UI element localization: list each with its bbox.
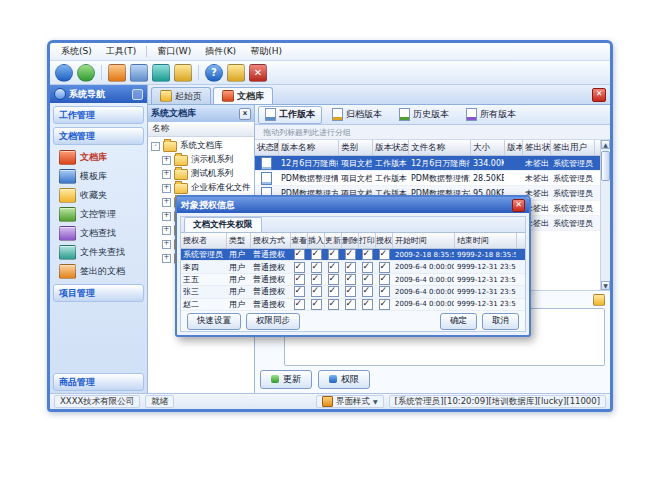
scroll-thumb[interactable] [601,151,610,181]
delete-checkbox[interactable] [345,262,356,273]
quick-setup-button[interactable]: 快速设置 [187,313,241,330]
column-header[interactable]: 删除 [342,233,359,248]
view-checkbox[interactable] [294,262,305,273]
print-checkbox[interactable] [362,299,373,310]
lock-icon[interactable] [227,64,245,82]
column-header[interactable]: 签出状态 [523,140,551,155]
permission-row[interactable]: 系统管理员 用户 普通授权 2009-2-18 8:35:57 9999-2-1… [181,249,525,261]
nav-group-work[interactable]: 工作管理 [53,106,144,124]
delete-checkbox[interactable] [345,274,356,285]
column-header[interactable]: 类型 [227,233,251,248]
scroll-down-icon[interactable]: ▼ [601,281,610,290]
expander-icon[interactable] [162,198,171,207]
vertical-scrollbar[interactable]: ▲ ▼ [600,140,610,290]
expander-icon[interactable] [162,170,171,179]
sidebar-item-folder-search[interactable]: 文件夹查找 [59,245,147,260]
report-icon[interactable] [152,64,170,82]
table-row[interactable]: PDM数据整理情况.doc 项目文档 工作版本 PDM数据整理情况.doc 28… [255,171,601,186]
tree-column-header[interactable]: 名称 [148,122,254,137]
modules-icon[interactable] [108,64,126,82]
expander-icon[interactable] [162,240,171,249]
print-checkbox[interactable] [362,286,373,297]
print-checkbox[interactable] [362,262,373,273]
mail-icon[interactable] [174,64,192,82]
dialog-titlebar[interactable]: 对象授权信息 ✕ [177,197,529,213]
nav-group-doc[interactable]: 文档管理 [53,127,144,145]
insert-checkbox[interactable] [311,299,322,310]
menu-system[interactable]: 系统(S) [54,43,99,60]
column-header[interactable]: 插入 [308,233,325,248]
column-header[interactable]: 状态图 [255,140,279,155]
tree-close-icon[interactable]: x [239,108,251,120]
insert-checkbox[interactable] [311,286,322,297]
column-header[interactable]: 开始时间 [393,233,455,248]
permission-row[interactable]: 李四 用户 普通授权 2009-6-4 0:00:00 9999-12-31 2… [181,261,525,273]
column-header[interactable]: 版本名称 [279,140,339,155]
menu-plugins[interactable]: 插件(K) [198,43,243,60]
dialog-close-icon[interactable]: ✕ [512,199,525,212]
expander-icon[interactable] [151,142,160,151]
column-header[interactable]: 查看 [291,233,308,248]
permission-row[interactable]: 赵二 用户 普通授权 2009-6-4 0:00:00 9999-12-31 2… [181,299,525,311]
view-checkbox[interactable] [294,299,305,310]
sidebar-item-template-library[interactable]: 模板库 [59,169,147,184]
browse-folder-icon[interactable] [593,294,605,306]
tab-history-version[interactable]: 历史版本 [392,106,456,124]
insert-checkbox[interactable] [311,249,322,260]
permission-row[interactable]: 王五 用户 普通授权 2009-6-4 0:00:00 9999-12-31 2… [181,274,525,286]
tab-archived-version[interactable]: 归档版本 [325,106,389,124]
cancel-button[interactable]: 取消 [482,313,519,330]
column-header[interactable]: 授权方式 [251,233,291,248]
expander-icon[interactable] [162,226,171,235]
grant-checkbox[interactable] [379,249,390,260]
column-header[interactable]: 更新 [325,233,342,248]
table-row[interactable]: 12月6日万隆商行(资 项目文档 工作版本 12月6日万隆商行(.doc 334… [255,156,601,171]
column-header[interactable]: 签出用户 [551,140,595,155]
delete-checkbox[interactable] [345,286,356,297]
tree-node[interactable]: 演示机系列 [148,153,254,167]
permission-button[interactable]: 权限 [318,370,370,389]
home-icon[interactable] [55,64,73,82]
grant-checkbox[interactable] [379,274,390,285]
column-header[interactable]: 打印 [359,233,376,248]
close-tab-icon[interactable]: ✕ [592,88,606,102]
column-header[interactable]: 结束时间 [455,233,517,248]
nav-group-project[interactable]: 项目管理 [53,284,144,302]
update-button[interactable]: 更新 [260,370,312,389]
menu-help[interactable]: 帮助(H) [243,43,289,60]
tab-home[interactable]: 起始页 [151,87,211,104]
sidebar-item-doc-control[interactable]: 文控管理 [59,207,147,222]
update-checkbox[interactable] [328,262,339,273]
scroll-up-icon[interactable]: ▲ [601,140,610,149]
expander-icon[interactable] [162,212,171,221]
tab-doc-library[interactable]: 文档库 [213,87,273,104]
tab-folder-permissions[interactable]: 文档文件夹权限 [184,217,262,232]
grant-checkbox[interactable] [379,262,390,273]
print-checkbox[interactable] [362,249,373,260]
grant-checkbox[interactable] [379,286,390,297]
column-header[interactable]: 版本状态 [373,140,409,155]
tree-node-root[interactable]: 系统文档库 [148,139,254,153]
update-checkbox[interactable] [328,286,339,297]
sidebar-item-doc-search[interactable]: 文档查找 [59,226,147,241]
print-checkbox[interactable] [362,274,373,285]
update-checkbox[interactable] [328,299,339,310]
insert-checkbox[interactable] [311,274,322,285]
view-checkbox[interactable] [294,286,305,297]
tree-node[interactable]: 企业标准化文件 [148,181,254,195]
delete-checkbox[interactable] [345,299,356,310]
grid-view-icon[interactable] [130,64,148,82]
column-header[interactable]: 版本号 [505,140,523,155]
permission-sync-button[interactable]: 权限同步 [246,313,300,330]
tree-node[interactable]: 测试机系列 [148,167,254,181]
expander-icon[interactable] [162,184,171,193]
exit-icon[interactable]: ✕ [249,64,267,82]
column-header[interactable]: 文件名称 [409,140,471,155]
grant-checkbox[interactable] [379,299,390,310]
interface-style-dropdown[interactable]: 界面样式 ▼ [316,395,384,408]
menu-tools[interactable]: 工具(T) [99,43,144,60]
expander-icon[interactable] [162,254,171,263]
ok-button[interactable]: 确定 [440,313,477,330]
column-header[interactable]: 大小 [471,140,505,155]
column-header[interactable]: 类别 [339,140,373,155]
